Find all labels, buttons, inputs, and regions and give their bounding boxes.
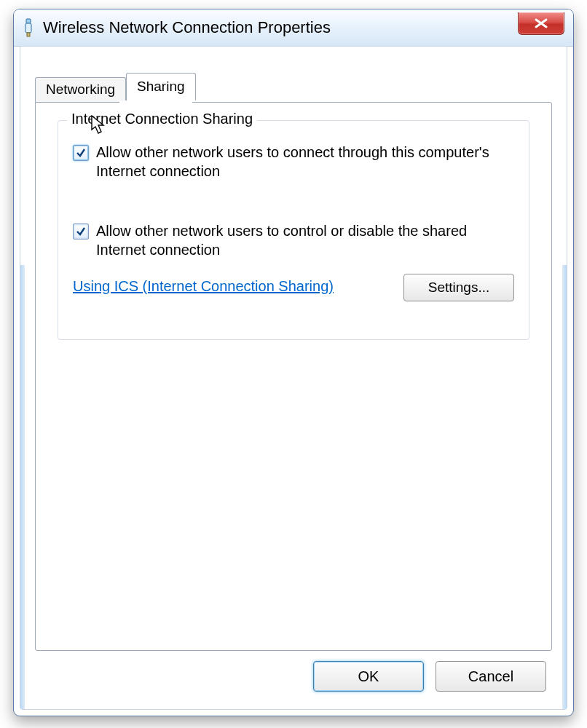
window-title: Wireless Network Connection Properties <box>43 18 331 37</box>
svg-rect-1 <box>25 23 31 33</box>
frame-right <box>562 265 567 709</box>
ok-button[interactable]: OK <box>313 661 424 692</box>
help-link-ics[interactable]: Using ICS (Internet Connection Sharing) <box>73 278 334 294</box>
dialog-buttons: OK Cancel <box>313 661 546 692</box>
tab-strip: Networking Sharing <box>35 73 196 100</box>
dialog-window: Wireless Network Connection Properties N… <box>13 9 574 716</box>
svg-rect-2 <box>27 33 30 36</box>
client-area: Networking Sharing Internet Connection S… <box>20 46 567 710</box>
checkmark-icon <box>75 226 87 237</box>
label-allow-control: Allow other network users to control or … <box>96 221 514 259</box>
group-internet-connection-sharing: Internet Connection Sharing Allow other … <box>58 120 529 340</box>
help-link-row: Using ICS (Internet Connection Sharing) <box>73 278 334 295</box>
option-allow-control[interactable]: Allow other network users to control or … <box>73 221 514 259</box>
tab-mask <box>119 100 192 103</box>
option-allow-connect[interactable]: Allow other network users to connect thr… <box>73 143 514 181</box>
checkbox-allow-connect[interactable] <box>73 145 89 161</box>
tab-sharing[interactable]: Sharing <box>126 73 196 100</box>
tab-networking[interactable]: Networking <box>35 77 126 102</box>
settings-button[interactable]: Settings... <box>403 274 514 301</box>
label-allow-connect: Allow other network users to connect thr… <box>96 143 514 181</box>
close-button[interactable] <box>518 12 564 35</box>
checkbox-allow-control[interactable] <box>73 223 89 240</box>
group-legend: Internet Connection Sharing <box>67 111 257 127</box>
network-adapter-icon <box>21 17 36 38</box>
close-icon <box>534 18 548 28</box>
svg-rect-0 <box>26 19 31 23</box>
titlebar[interactable]: Wireless Network Connection Properties <box>14 9 573 47</box>
checkmark-icon <box>75 147 87 159</box>
cancel-button[interactable]: Cancel <box>436 661 546 692</box>
tab-panel-sharing: Internet Connection Sharing Allow other … <box>35 102 552 651</box>
frame-left <box>20 265 25 709</box>
